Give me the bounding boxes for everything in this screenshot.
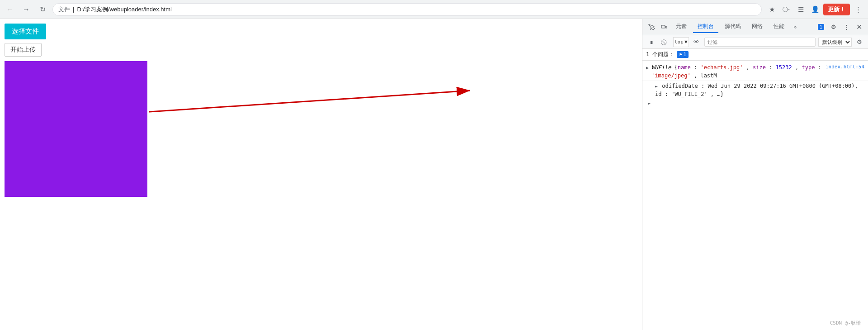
cast-button[interactable]: ⧃ [780,3,793,16]
issues-badge-count: 1 [683,52,686,57]
svg-line-1 [149,91,470,112]
devtools-issues-button[interactable]: 1 [816,22,826,33]
console-clear-button[interactable]: ⃠ [660,37,670,48]
select-file-button[interactable]: 选择文件 [5,24,46,39]
tab-console[interactable]: 控制台 [693,21,718,33]
brace-open: { [675,64,678,71]
issues-count: 1 [818,24,824,30]
tab-button[interactable]: ☰ [794,3,807,16]
svg-rect-3 [665,26,667,28]
name-value: 'echarts.jpg' [700,64,743,71]
tab-elements[interactable]: 元素 [671,21,691,33]
devtools-settings-button[interactable]: ⚙ [828,22,839,33]
size-value: 15232 [776,64,792,71]
line-source[interactable]: index.html:54 [826,63,864,71]
devtools-more-button[interactable]: ⋮ [841,22,852,33]
console-drawer-button[interactable]: ∎ [646,37,657,48]
console-filter-input[interactable] [704,38,816,47]
top-context-dropdown[interactable]: top ▼ [673,37,689,47]
console-level-select[interactable]: 默认级别 [818,38,852,47]
svg-rect-2 [661,25,665,28]
more-menu-button[interactable]: ⋮ [852,3,864,16]
colon1: : [694,64,700,71]
device-toggle-button[interactable] [659,22,670,33]
main-layout: 选择文件 开始上传 [0,19,868,330]
reload-button[interactable]: ↻ [36,3,49,16]
tabs-more-button[interactable]: » [791,23,799,31]
issues-badge[interactable]: ⚑ 1 [677,51,689,58]
sub-modified-key: odifiedDate [662,83,698,89]
expand-arrow-icon[interactable]: ▶ [646,64,649,71]
comma1: , [746,64,753,71]
profile-button[interactable]: 👤 [809,3,821,16]
colon2: : [769,64,775,71]
watermark-text: CSDN @-耿瑞 [830,320,861,326]
comma3: , lastM [694,72,717,79]
sub-date-value: Wed Jun 29 2022 09:27:16 GMT+0800 (GMT+0… [708,83,858,89]
url-text: D:/学习案例/webuploader/index.html [77,5,172,14]
forward-button[interactable]: → [20,3,33,16]
sub-ellipsis: , …} [711,91,724,97]
devtools-panel: 元素 控制台 源代码 网络 性能 » 1 ⚙ ⋮ ✕ ∎ ⃠ top ▼ 👁 [642,19,868,330]
sub-expand-icon[interactable]: ► [655,84,658,89]
wufile-class: WUFile [651,64,675,71]
name-key: name [678,64,691,71]
issues-bar: 1 个问题： ⚑ 1 [642,49,868,61]
bookmark-button[interactable]: ★ [765,3,778,16]
issues-flag-icon: ⚑ [679,52,682,57]
inspect-element-button[interactable] [646,22,657,33]
start-upload-button[interactable]: 开始上传 [5,43,42,57]
console-collapse-line: ► [642,99,868,107]
sub-id-value: 'WU_FILE_2' [671,91,707,97]
console-settings-button[interactable]: ⚙ [854,37,864,47]
devtools-close-button[interactable]: ✕ [854,22,864,33]
type-value: 'image/jpeg' [651,72,691,79]
url-separator: | [73,6,74,13]
page-content: 选择文件 开始上传 [0,19,642,330]
red-arrow [149,87,475,114]
dropdown-arrow-icon: ▼ [684,39,688,45]
url-protocol: 文件 [58,5,70,14]
issues-label: 1 个问题： [646,51,674,58]
console-toolbar: ∎ ⃠ top ▼ 👁 默认级别 ⚙ [642,35,868,49]
devtools-toolbar: 元素 控制台 源代码 网络 性能 » 1 ⚙ ⋮ ✕ [642,19,868,35]
top-context-label: top [675,39,684,45]
size-key: size [753,64,766,71]
sub-id-key: id [655,91,661,97]
browser-chrome: ← → ↻ 文件 | D:/学习案例/webuploader/index.htm… [0,0,868,19]
sub-colon: : [701,83,708,89]
collapse-arrow-icon[interactable]: ► [648,100,651,106]
console-line: ▶ WUFile {name : 'echarts.jpg' , size : … [642,62,868,81]
console-eye-button[interactable]: 👁 [692,37,702,47]
colon3: : [818,64,821,71]
console-output: ▶ WUFile {name : 'echarts.jpg' , size : … [642,61,868,330]
back-button[interactable]: ← [4,3,16,16]
update-button[interactable]: 更新！ [823,4,850,15]
tab-performance[interactable]: 性能 [769,21,789,33]
sub-colon2: : [665,91,671,97]
console-text: WUFile {name : 'echarts.jpg' , size : 15… [651,63,824,80]
address-bar[interactable]: 文件 | D:/学习案例/webuploader/index.html [52,3,762,16]
tab-network[interactable]: 网络 [747,21,767,33]
comma2: , [795,64,802,71]
browser-toolbar-right: ★ ⧃ ☰ 👤 更新！ ⋮ [765,3,864,16]
console-sub-line: ► odifiedDate : Wed Jun 29 2022 09:27:16… [642,81,868,99]
image-preview [5,61,147,197]
tab-sources[interactable]: 源代码 [720,21,745,33]
type-key: type [802,64,815,71]
